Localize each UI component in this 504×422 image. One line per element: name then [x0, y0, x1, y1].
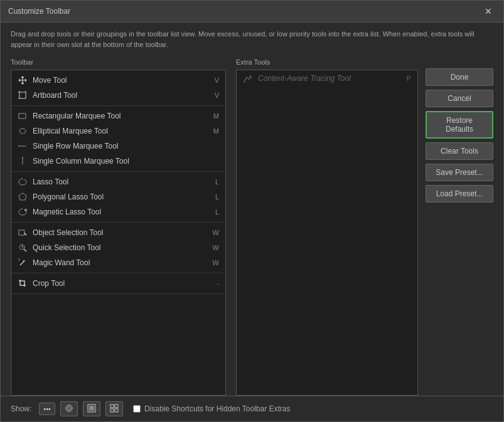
tool-group-5: Crop Tool - [11, 273, 225, 294]
obj-select-icon [18, 228, 28, 238]
svg-point-11 [25, 209, 27, 211]
svg-point-18 [244, 82, 245, 83]
list-item[interactable]: Artboard Tool V [11, 88, 225, 103]
move-icon [18, 75, 28, 85]
tool-shortcut: W [213, 244, 219, 251]
lasso-icon [18, 177, 28, 187]
tool-name: Elliptical Marquee Tool [33, 127, 208, 135]
list-item[interactable]: Magic Wand Tool W [11, 255, 225, 270]
show-label: Show: [11, 404, 31, 413]
extra-tool-name: Content-Aware Tracing Tool [258, 74, 351, 83]
svg-rect-22 [110, 404, 114, 408]
tool-name: Quick Selection Tool [33, 243, 208, 252]
tool-shortcut: L [215, 193, 219, 201]
clear-tools-button[interactable]: Clear Tools [426, 142, 493, 160]
list-item[interactable]: Object Selection Tool W [11, 225, 225, 240]
show-icon-btn-1[interactable] [60, 401, 78, 416]
disable-shortcuts-checkbox[interactable] [133, 405, 141, 413]
tool-name: Polygonal Lasso Tool [33, 193, 210, 201]
single-row-icon [18, 141, 28, 151]
tool-shortcut: - [217, 280, 219, 287]
tracing-icon [243, 73, 253, 83]
tool-group-4: Object Selection Tool W Quick Selection … [11, 223, 225, 273]
tool-name: Rectangular Marquee Tool [33, 112, 208, 120]
tool-name: Crop Tool [33, 279, 212, 288]
extra-tools-panel: Extra Tools Content-Aware Tracing Tool P [236, 56, 418, 396]
list-item[interactable]: Polygonal Lasso Tool L [11, 189, 225, 204]
list-item[interactable]: Elliptical Marquee Tool M [11, 124, 225, 139]
toolbar-label: Toolbar [11, 56, 226, 70]
extra-tools-list[interactable]: Content-Aware Tracing Tool P [236, 70, 418, 396]
cancel-button[interactable]: Cancel [426, 90, 493, 107]
disable-shortcuts-container: Disable Shortcuts for Hidden Toolbar Ext… [133, 404, 291, 413]
toolbar-panel: Toolbar Move Tool V [11, 56, 226, 396]
toolbar-list[interactable]: Move Tool V A [11, 70, 226, 396]
tool-name: Artboard Tool [33, 91, 210, 100]
extra-tools-label: Extra Tools [236, 56, 418, 70]
svg-rect-25 [115, 409, 118, 412]
svg-rect-23 [115, 404, 118, 408]
action-buttons: Done Cancel Restore Defaults Clear Tools… [418, 56, 493, 396]
magic-wand-icon [18, 258, 28, 268]
tool-name: Single Column Marquee Tool [33, 157, 214, 166]
svg-rect-0 [19, 92, 26, 98]
list-item[interactable]: Rectangular Marquee Tool M [11, 108, 225, 124]
ellip-marquee-icon [18, 126, 28, 136]
svg-rect-24 [110, 409, 114, 412]
list-item[interactable]: Single Column Marquee Tool [11, 154, 225, 169]
tool-shortcut: W [213, 259, 219, 266]
tool-name: Move Tool [33, 76, 210, 85]
tool-name: Single Row Marquee Tool [33, 142, 214, 150]
show-icon-btn-2[interactable] [83, 401, 100, 416]
crop-icon [18, 278, 28, 288]
list-item[interactable]: Move Tool V [11, 73, 225, 88]
extra-tool-shortcut: P [407, 75, 411, 82]
list-item[interactable]: Single Row Marquee Tool [11, 139, 225, 154]
bottom-bar: Show: ••• Disable Shortcuts for Hi [1, 396, 503, 421]
tool-name: Magic Wand Tool [33, 258, 208, 267]
tool-shortcut: M [213, 112, 219, 120]
done-button[interactable]: Done [426, 68, 493, 86]
tool-shortcut: V [215, 92, 219, 99]
title-bar: Customize Toolbar ✕ [1, 1, 503, 23]
poly-lasso-icon [18, 192, 28, 202]
tool-name: Magnetic Lasso Tool [33, 208, 210, 216]
tool-name: Lasso Tool [33, 177, 210, 186]
tool-group-1: Move Tool V A [11, 70, 225, 106]
svg-rect-12 [19, 230, 24, 235]
artboard-icon [18, 90, 28, 100]
tool-group-2: Rectangular Marquee Tool M Elliptical Ma… [11, 106, 225, 172]
rect-marquee-icon [18, 111, 28, 121]
disable-shortcuts-label: Disable Shortcuts for Hidden Toolbar Ext… [144, 404, 291, 413]
customize-toolbar-dialog: Customize Toolbar ✕ Drag and drop tools … [0, 0, 504, 422]
save-preset-button[interactable]: Save Preset... [426, 164, 493, 181]
tool-name: Object Selection Tool [33, 228, 208, 237]
tool-shortcut: M [213, 127, 219, 135]
extra-tool-item[interactable]: Content-Aware Tracing Tool P [237, 70, 417, 87]
tool-group-3: Lasso Tool L Polygonal Lasso Tool L [11, 172, 225, 223]
restore-defaults-button[interactable]: Restore Defaults [426, 111, 493, 139]
dialog-title: Customize Toolbar [8, 7, 70, 16]
tool-shortcut: V [215, 76, 219, 84]
list-item[interactable]: Crop Tool - [11, 276, 225, 291]
svg-rect-21 [89, 406, 94, 411]
mag-lasso-icon [18, 207, 28, 217]
list-item[interactable]: Magnetic Lasso Tool L [11, 204, 225, 219]
svg-rect-5 [19, 113, 26, 119]
list-item[interactable]: Quick Selection Tool W [11, 240, 225, 255]
tool-shortcut: L [215, 178, 219, 186]
load-preset-button[interactable]: Load Preset... [426, 185, 493, 203]
main-content: Toolbar Move Tool V [1, 56, 503, 396]
show-icon-btn-3[interactable] [105, 401, 123, 416]
list-item[interactable]: Lasso Tool L [11, 174, 225, 189]
svg-point-6 [19, 129, 26, 134]
tool-shortcut: L [215, 208, 219, 216]
description-text: Drag and drop tools or their groupings i… [1, 23, 503, 56]
single-col-icon [18, 156, 28, 166]
close-button[interactable]: ✕ [481, 6, 496, 17]
quick-select-icon [18, 243, 28, 253]
more-button[interactable]: ••• [39, 403, 55, 415]
tool-shortcut: W [213, 229, 219, 236]
